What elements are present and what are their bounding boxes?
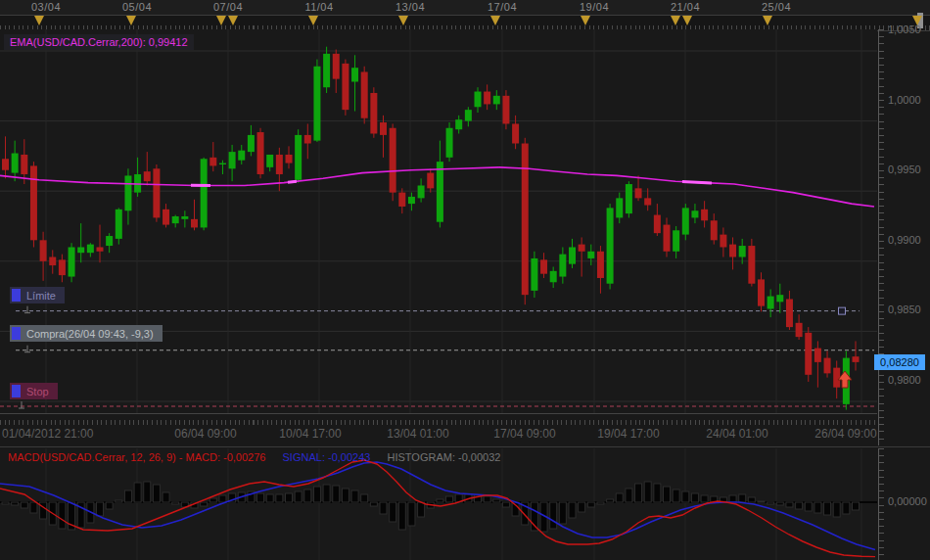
macd-histogram-bar [172, 502, 179, 504]
price-axis[interactable]: 1,00501,00000,99500,99000,98500,9800 [876, 29, 930, 445]
macd-indicator-label[interactable]: MACD(USD/CAD.Cerrar, 12, 26, 9) - MACD: … [8, 451, 500, 463]
macd-histogram-bar [351, 490, 358, 502]
event-marker-icon[interactable] [671, 16, 680, 25]
time-label: 24/04 01:00 [706, 427, 767, 441]
event-marker-icon[interactable] [228, 16, 238, 25]
candle-down [333, 54, 340, 79]
event-marker-icon[interactable] [398, 16, 408, 25]
price-label: 0,9800 [888, 374, 921, 386]
candle-up [295, 135, 302, 180]
macd-histogram-bar [370, 502, 377, 506]
macd-value-label: MACD(USD/CAD.Cerrar, 12, 26, 9) - MACD: … [8, 451, 265, 463]
macd-histogram-bar [390, 502, 396, 522]
candle-down [40, 240, 47, 260]
date-label: 05/04 [122, 1, 152, 13]
time-ruler[interactable] [0, 413, 877, 425]
macd-histogram-bar [144, 482, 151, 502]
top-date-labels: 03/0405/0407/0411/0413/0417/0419/0421/04… [0, 0, 930, 15]
candle-down [502, 96, 509, 124]
event-marker-icon[interactable] [682, 16, 692, 25]
date-label: 03/04 [31, 1, 61, 13]
macd-axis[interactable]: 0,00000 [876, 448, 930, 560]
macd-histogram-bar [257, 493, 264, 502]
macd-histogram-bar [418, 502, 425, 517]
macd-histogram-bar [116, 500, 122, 502]
signal-value-label: SIGNAL: -0,00243 [283, 451, 371, 463]
candle-up [559, 255, 566, 277]
macd-histogram-bar [587, 502, 594, 507]
macd-histogram-bar [776, 502, 783, 505]
candle-down [2, 159, 9, 169]
event-marker-icon[interactable] [216, 16, 226, 25]
date-label: 07/04 [213, 1, 243, 13]
macd-histogram-bar [758, 501, 765, 502]
price-label: 0,9900 [888, 234, 921, 246]
limit-line-handle[interactable] [839, 307, 846, 314]
buy-position-badge[interactable]: Compra(26/04 09:43, -9,3) [10, 325, 163, 342]
date-label: 17/04 [488, 1, 517, 13]
candle-up [87, 245, 94, 254]
macd-histogram-bar [12, 502, 19, 505]
candle-up [238, 151, 245, 161]
candle-down [144, 171, 151, 181]
macd-histogram-bar [559, 502, 566, 524]
candle-up [493, 96, 500, 105]
candle-down [484, 92, 490, 105]
candle-up [455, 119, 462, 129]
order-handle-icon[interactable] [12, 327, 21, 340]
macd-histogram-bar [97, 502, 104, 516]
event-marker-icon[interactable] [581, 16, 590, 25]
candle-down [390, 128, 396, 193]
candle-up [248, 135, 255, 152]
price-label: 0,9950 [888, 163, 921, 175]
main-chart-canvas[interactable] [0, 29, 877, 413]
macd-histogram-bar [843, 502, 850, 514]
macd-histogram-bar [739, 494, 746, 502]
candle-up [219, 163, 226, 164]
macd-histogram-bar [767, 502, 774, 504]
panel-separator [0, 446, 930, 447]
candle-up [106, 236, 113, 246]
candle-down [21, 155, 27, 174]
stop-order-badge[interactable]: Stop [10, 383, 58, 399]
event-marker-icon[interactable] [34, 16, 44, 25]
time-label: 01/04/2012 21:00 [2, 427, 93, 441]
candle-up [682, 208, 689, 234]
limit-order-badge[interactable]: Límite [10, 287, 65, 303]
macd-histogram-bar [30, 502, 37, 513]
time-axis-labels: 01/04/2012 21:0006/04 09:0010/04 17:0013… [0, 427, 930, 443]
candle-up [266, 155, 273, 167]
ema-indicator-label[interactable]: EMA(USD/CAD.Cerrar,200): 0,99412 [4, 34, 194, 50]
event-marker-icon[interactable] [490, 16, 500, 25]
event-marker-icon[interactable] [763, 16, 772, 25]
date-label: 25/04 [762, 1, 791, 13]
candle-down [361, 71, 368, 117]
time-label: 06/04 09:00 [174, 427, 236, 441]
price-label: 0,9850 [888, 303, 921, 315]
candle-down [427, 173, 434, 189]
time-label: 17/04 09:00 [493, 427, 555, 441]
candle-up [531, 258, 537, 291]
macd-histogram-bar [673, 490, 679, 502]
candle-down [512, 123, 519, 143]
macd-histogram-bar [286, 493, 293, 502]
macd-histogram-bar [691, 493, 698, 502]
candle-down [644, 198, 651, 205]
macd-histogram-bar [106, 502, 113, 509]
macd-chart-canvas[interactable] [0, 448, 877, 560]
macd-histogram-bar [814, 502, 821, 513]
macd-histogram-bar [209, 498, 216, 502]
candle-up [673, 230, 679, 251]
candle-down [398, 193, 405, 207]
event-marker-icon[interactable] [126, 16, 136, 25]
candle-down [664, 225, 671, 252]
order-handle-icon[interactable] [12, 289, 21, 302]
macd-histogram-bar [701, 495, 708, 502]
order-handle-icon[interactable] [12, 385, 21, 397]
macd-histogram-bar [380, 502, 387, 514]
candle-up [587, 252, 594, 258]
event-marker-icon[interactable] [308, 16, 318, 25]
macd-histogram-bar [124, 490, 131, 502]
candle-up [201, 159, 208, 227]
top-date-ruler[interactable]: 03/0405/0407/0411/0413/0417/0419/0421/04… [0, 0, 930, 29]
